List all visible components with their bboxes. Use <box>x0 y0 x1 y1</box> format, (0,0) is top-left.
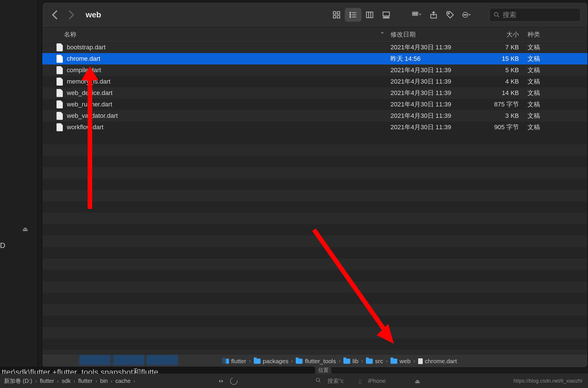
column-headers[interactable]: 名称 ⌃ 修改日期 大小 种类 <box>42 27 587 42</box>
chevron-right-icon: › <box>134 378 136 384</box>
device-icon: ▯ <box>359 378 362 385</box>
svg-rect-10 <box>367 12 373 18</box>
file-name: chrome.dart <box>67 55 390 62</box>
file-date: 2021年4月30日 11:39 <box>390 66 473 74</box>
history-toggle-icon[interactable] <box>217 379 225 383</box>
folder-icon <box>296 359 303 364</box>
watermark-text: https://blog.csdn.net/it_xiaozhi <box>514 378 588 384</box>
file-name: workflow.dart <box>67 124 390 131</box>
chevron-right-icon: › <box>249 358 251 364</box>
chevron-right-icon: › <box>361 358 363 364</box>
file-row[interactable]: bootstrap.dart 2021年4月30日 11:39 7 KB 文稿 <box>42 42 587 53</box>
os-crumb[interactable]: sdk <box>62 378 71 384</box>
svg-rect-19 <box>416 12 418 13</box>
tag-button[interactable] <box>442 8 458 22</box>
eject-icon[interactable]: ⏏ <box>22 225 28 233</box>
file-date: 2021年4月30日 11:39 <box>390 100 473 109</box>
path-segment[interactable]: packages <box>254 358 289 365</box>
folder-icon <box>390 359 397 364</box>
svg-rect-1 <box>337 11 340 14</box>
header-kind[interactable]: 种类 <box>527 30 587 39</box>
list-view-button[interactable] <box>345 8 361 22</box>
file-kind: 文稿 <box>527 66 587 74</box>
search-icon <box>494 12 500 18</box>
file-icon <box>418 358 423 364</box>
path-segment[interactable]: lib <box>343 358 359 365</box>
icon-view-button[interactable] <box>328 8 345 22</box>
sidebar-strip: ⏏ D <box>0 0 37 388</box>
column-view-button[interactable] <box>361 8 378 22</box>
overlay-label: 位置 <box>315 366 331 374</box>
file-name: memory_fs.dart <box>67 78 390 85</box>
file-row[interactable]: web_runner.dart 2021年4月30日 11:39 875 字节 … <box>42 99 587 110</box>
os-search-text[interactable]: 搜索"c <box>327 377 344 385</box>
back-button[interactable] <box>49 9 62 21</box>
eject-icon[interactable]: ⏏ <box>415 378 420 385</box>
group-by-button[interactable] <box>409 8 425 22</box>
os-crumb[interactable]: bin <box>100 378 108 384</box>
chevron-right-icon: › <box>386 358 388 364</box>
os-crumb[interactable]: cache <box>115 378 130 384</box>
svg-point-26 <box>464 14 464 15</box>
os-breadcrumb[interactable]: 新加卷 (D:)›flutter›sdk›flutter›bin›cache› <box>0 377 138 385</box>
chevron-right-icon: › <box>57 378 59 384</box>
svg-line-32 <box>319 381 321 383</box>
svg-rect-16 <box>388 17 389 18</box>
file-row[interactable]: web_device.dart 2021年4月30日 11:39 14 KB 文… <box>42 87 587 99</box>
svg-rect-17 <box>412 12 414 13</box>
file-name: web_validator.dart <box>67 112 390 120</box>
file-name: web_device.dart <box>67 89 390 97</box>
svg-rect-21 <box>414 14 416 15</box>
chevron-right-icon: › <box>291 358 293 364</box>
chevron-right-icon: › <box>414 358 415 364</box>
file-icon <box>57 78 63 86</box>
file-kind: 文稿 <box>527 54 587 63</box>
header-date[interactable]: 修改日期 <box>390 30 473 39</box>
svg-point-31 <box>316 378 320 382</box>
empty-rows <box>42 133 587 361</box>
path-segment[interactable]: web <box>390 358 411 365</box>
header-name[interactable]: 名称 <box>64 30 380 39</box>
svg-rect-0 <box>333 11 336 14</box>
os-crumb[interactable]: 新加卷 (D:) <box>4 377 32 385</box>
share-button[interactable] <box>425 8 442 22</box>
device-label[interactable]: iPhone <box>368 378 386 384</box>
search-input[interactable]: 搜索 <box>489 8 581 22</box>
file-row[interactable]: web_validator.dart 2021年4月30日 11:39 3 KB… <box>42 110 587 122</box>
os-crumb[interactable]: flutter <box>78 378 92 384</box>
svg-point-24 <box>448 13 450 14</box>
file-kind: 文稿 <box>527 100 587 109</box>
file-date: 2021年4月30日 11:39 <box>390 43 473 52</box>
svg-point-28 <box>466 14 467 15</box>
refresh-icon[interactable] <box>229 376 239 386</box>
file-date: 2021年4月30日 11:39 <box>390 112 473 120</box>
os-crumb[interactable]: flutter <box>40 378 54 384</box>
view-mode-group <box>328 8 394 22</box>
file-date: 2021年4月30日 11:39 <box>390 77 473 86</box>
more-actions-button[interactable] <box>458 8 475 22</box>
file-row[interactable]: chrome.dart 昨天 14:56 15 KB 文稿 <box>42 53 587 64</box>
file-row[interactable]: memory_fs.dart 2021年4月30日 11:39 4 KB 文稿 <box>42 76 587 87</box>
search-icon[interactable] <box>315 377 321 385</box>
file-icon <box>57 112 63 120</box>
file-kind: 文稿 <box>527 123 587 132</box>
file-kind: 文稿 <box>527 89 587 97</box>
file-date: 2021年4月30日 11:39 <box>390 89 473 97</box>
path-segment[interactable]: flutter_tools <box>296 358 336 365</box>
svg-point-29 <box>494 12 498 16</box>
path-file[interactable]: chrome.dart <box>418 358 457 365</box>
forward-button[interactable] <box>65 9 77 21</box>
gallery-view-button[interactable] <box>378 8 394 22</box>
file-row[interactable]: workflow.dart 2021年4月30日 11:39 905 字节 文稿 <box>42 122 587 133</box>
svg-point-8 <box>350 16 351 17</box>
header-size[interactable]: 大小 <box>473 30 527 39</box>
svg-rect-3 <box>337 15 340 18</box>
file-date: 昨天 14:56 <box>390 54 473 63</box>
os-bottom-bar: 新加卷 (D:)›flutter›sdk›flutter›bin›cache› … <box>0 374 588 388</box>
file-name: compile.dart <box>67 66 390 74</box>
file-size: 15 KB <box>473 55 527 62</box>
svg-line-30 <box>498 15 499 17</box>
chevron-right-icon: › <box>339 358 341 364</box>
path-segment[interactable]: src <box>366 358 383 365</box>
file-row[interactable]: compile.dart 2021年4月30日 11:39 5 KB 文稿 <box>42 64 587 76</box>
